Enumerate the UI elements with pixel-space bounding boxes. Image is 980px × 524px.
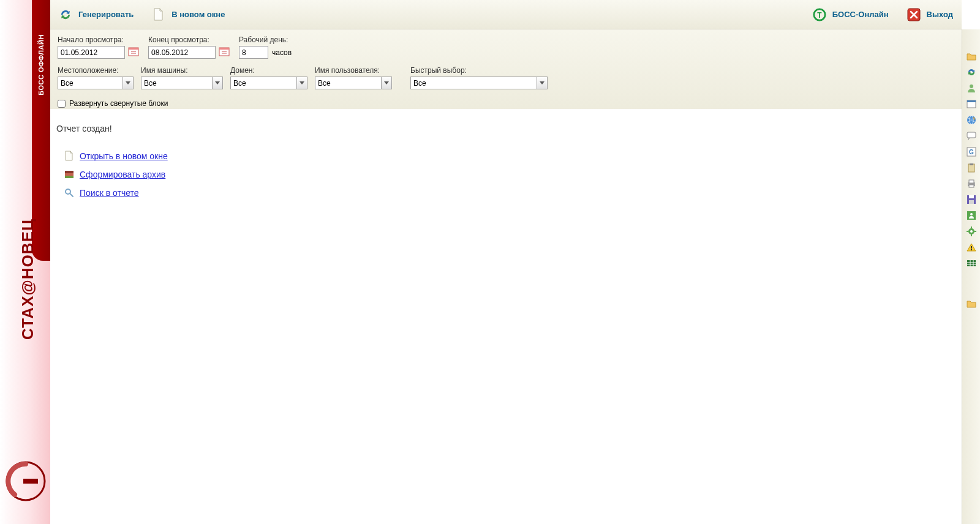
svg-text:G: G: [969, 149, 974, 155]
sync-icon[interactable]: [967, 67, 976, 77]
exit-button[interactable]: Выход: [907, 8, 953, 21]
save-icon[interactable]: [967, 195, 976, 204]
close-icon: [907, 8, 921, 21]
generate-button[interactable]: Генерировать: [59, 8, 134, 21]
svg-rect-13: [65, 171, 74, 173]
quick-field: Быстрый выбор:: [410, 66, 548, 89]
search-report-link[interactable]: Поиск в отчете: [80, 188, 139, 198]
svg-rect-44: [967, 260, 976, 266]
chevron-down-icon[interactable]: [296, 77, 307, 89]
workday-field: Рабочий день: часов: [239, 36, 292, 59]
offline-tab-label: БОСС ОФФЛАЙН: [37, 34, 45, 95]
svg-rect-1: [23, 479, 38, 484]
create-archive-link[interactable]: Сформировать архив: [80, 170, 165, 179]
quick-label: Быстрый выбор:: [410, 66, 548, 75]
exit-label: Выход: [927, 10, 953, 19]
search-icon: [64, 187, 75, 198]
svg-line-17: [70, 193, 73, 196]
online-icon: T: [813, 8, 826, 21]
chat-icon[interactable]: [967, 131, 976, 141]
chevron-down-icon[interactable]: [123, 77, 134, 89]
chevron-down-icon[interactable]: [381, 77, 392, 89]
svg-point-35: [970, 213, 973, 215]
boss-online-button[interactable]: T БОСС-Онлайн: [813, 8, 889, 21]
document-icon: [152, 8, 165, 21]
folder-icon[interactable]: [967, 51, 976, 61]
workday-input[interactable]: [239, 46, 268, 59]
start-date-label: Начало просмотра:: [58, 36, 125, 44]
filter-row-2: Местоположение: Имя машины: Домен: Имя п…: [58, 66, 954, 89]
refresh-icon: [59, 8, 72, 21]
open-new-window-row: Открыть в новом окне: [64, 151, 956, 162]
location-label: Местоположение:: [58, 66, 134, 75]
location-select[interactable]: [58, 77, 123, 89]
filter-bar: Начало просмотра: Конец просмотра: Рабоч…: [50, 29, 962, 114]
table-icon[interactable]: [967, 258, 976, 268]
warning-icon[interactable]: [967, 242, 976, 252]
svg-point-21: [967, 116, 976, 124]
machine-field: Имя машины:: [141, 66, 223, 89]
user-select[interactable]: [315, 77, 381, 89]
user-label: Имя пользователя:: [315, 66, 392, 75]
svg-rect-27: [970, 163, 973, 165]
user-save-icon[interactable]: [967, 211, 976, 220]
svg-rect-10: [219, 48, 229, 50]
chevron-down-icon[interactable]: [212, 77, 223, 89]
new-window-button[interactable]: В новом окне: [152, 8, 225, 21]
calendar-icon[interactable]: [219, 46, 230, 57]
create-archive-row: Сформировать архив: [64, 169, 956, 180]
user-field: Имя пользователя:: [315, 66, 392, 89]
globe-icon[interactable]: [967, 115, 976, 125]
machine-select[interactable]: [141, 77, 212, 89]
svg-text:T: T: [817, 10, 822, 19]
end-date-input[interactable]: [148, 46, 216, 59]
folder2-icon[interactable]: [967, 299, 976, 309]
svg-rect-42: [971, 246, 972, 249]
brand-logo-icon: [5, 460, 47, 502]
svg-rect-32: [969, 195, 974, 198]
svg-point-37: [970, 230, 973, 233]
expand-blocks-label: Развернуть свернутые блоки: [69, 99, 168, 108]
topbar: Генерировать В новом окне T БОСС-Онлайн …: [50, 0, 962, 29]
svg-rect-33: [969, 200, 974, 204]
svg-rect-38: [971, 226, 972, 228]
new-window-label: В новом окне: [172, 10, 225, 19]
svg-rect-39: [971, 234, 972, 236]
domain-select[interactable]: [230, 77, 296, 89]
domain-field: Домен:: [230, 66, 307, 89]
boss-online-label: БОСС-Онлайн: [832, 10, 889, 19]
svg-rect-29: [969, 180, 974, 183]
start-date-input[interactable]: [58, 46, 125, 59]
printer-icon[interactable]: [967, 179, 976, 189]
svg-rect-20: [967, 100, 976, 102]
report-created-message: Отчет создан!: [56, 124, 956, 133]
end-date-label: Конец просмотра:: [148, 36, 216, 44]
end-date-field: Конец просмотра:: [148, 36, 216, 59]
workday-unit: часов: [272, 48, 292, 57]
filter-row-1: Начало просмотра: Конец просмотра: Рабоч…: [58, 36, 954, 59]
window-icon[interactable]: [967, 99, 976, 109]
gear-icon[interactable]: [967, 226, 976, 236]
document-icon: [64, 151, 75, 162]
quick-select[interactable]: [410, 77, 537, 89]
svg-rect-15: [65, 176, 74, 178]
report-content: Отчет создан! Открыть в новом окне Сформ…: [50, 109, 962, 524]
calendar-icon[interactable]: [128, 46, 139, 57]
expand-blocks-row: Развернуть свернутые блоки: [58, 97, 954, 109]
svg-rect-30: [969, 185, 974, 187]
chevron-down-icon[interactable]: [537, 77, 548, 89]
generate-label: Генерировать: [78, 10, 134, 19]
domain-label: Домен:: [230, 66, 307, 75]
left-sidebar: БОСС ОФФЛАЙН СТАХ@НОВЕЦ: [0, 0, 50, 524]
start-date-field: Начало просмотра:: [58, 36, 125, 59]
search-report-row: Поиск в отчете: [64, 187, 956, 198]
expand-blocks-checkbox[interactable]: [58, 100, 66, 108]
svg-rect-6: [129, 48, 138, 50]
clipboard-icon[interactable]: [967, 163, 976, 173]
open-new-window-link[interactable]: Открыть в новом окне: [80, 151, 168, 161]
user-icon[interactable]: [967, 83, 976, 93]
svg-rect-41: [974, 231, 976, 232]
svg-rect-14: [65, 173, 74, 176]
svg-rect-43: [971, 249, 972, 250]
search-g-icon[interactable]: G: [967, 147, 976, 157]
